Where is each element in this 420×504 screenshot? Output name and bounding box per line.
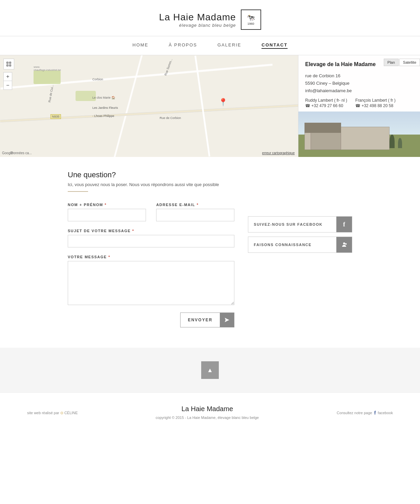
footer-scroll-section: ▲ bbox=[0, 348, 420, 392]
nav-contact[interactable]: CONTACT bbox=[261, 42, 288, 49]
footer-credit: site web réalisé par ⊙ CÉLINE bbox=[27, 411, 78, 415]
map-controls: + − bbox=[3, 59, 14, 90]
name-input[interactable] bbox=[68, 209, 146, 221]
main-nav: HOME À PROPOS GALERIE CONTACT bbox=[0, 36, 420, 55]
scroll-top-button[interactable]: ▲ bbox=[201, 361, 219, 379]
site-header: La Haie Madame élevage blanc bleu belge … bbox=[0, 0, 420, 55]
form-group-message: VOTRE MESSAGE * bbox=[68, 255, 234, 305]
contact-person-2: François Lambert ( fr ) ☎ +32 498 88 20 … bbox=[355, 98, 396, 108]
footer-right: Consultez notre page f facebook bbox=[337, 410, 393, 416]
contact-section: Une question? Ici, vous pouvez nous la p… bbox=[68, 170, 352, 327]
map-pin: 📍 bbox=[218, 98, 228, 107]
cow-icon: 🐄 bbox=[247, 13, 255, 22]
contact-form: NOM + PRÉNOM * ADRESSE E-MAIL * bbox=[68, 203, 234, 327]
email-input[interactable] bbox=[156, 209, 234, 221]
email-label: ADRESSE E-MAIL * bbox=[156, 203, 234, 207]
svg-rect-1 bbox=[9, 62, 11, 63]
info-card-email: info@lahaiemadame.be bbox=[305, 87, 413, 95]
facebook-widget[interactable]: SUIVEZ-NOUS SUR FACEBOOK f bbox=[248, 216, 352, 233]
submit-label: ENVOYER bbox=[181, 314, 220, 326]
person2-name: François Lambert ( fr ) bbox=[355, 98, 396, 103]
info-card: Elevage de la Haie Madame rue de Corbion… bbox=[298, 55, 420, 157]
site-footer: site web réalisé par ⊙ CÉLINE La Haie Ma… bbox=[0, 392, 420, 431]
scroll-top-icon: ▲ bbox=[207, 367, 213, 374]
site-subtitle: élevage blanc bleu belge bbox=[179, 23, 236, 28]
facebook-widget-label: SUIVEZ-NOUS SUR FACEBOOK bbox=[248, 218, 336, 231]
svg-point-4 bbox=[343, 242, 345, 244]
nav-home[interactable]: HOME bbox=[132, 42, 148, 49]
form-row-1: NOM + PRÉNOM * ADRESSE E-MAIL * bbox=[68, 203, 234, 221]
map-data-label: Données ca... bbox=[11, 151, 32, 155]
meetup-widget[interactable]: FAISONS CONNAISSANCE bbox=[248, 237, 352, 253]
main-content: Une question? Ici, vous pouvez nous la p… bbox=[41, 157, 379, 348]
submit-icon bbox=[220, 313, 234, 327]
message-textarea[interactable] bbox=[68, 261, 234, 305]
message-label: VOTRE MESSAGE * bbox=[68, 255, 234, 259]
consult-label: Consultez notre page bbox=[337, 411, 372, 415]
svg-rect-2 bbox=[7, 65, 8, 66]
logo: La Haie Madame élevage blanc bleu belge … bbox=[0, 9, 420, 30]
map-zoom-in[interactable]: + bbox=[3, 72, 12, 81]
section-divider bbox=[68, 191, 88, 192]
credit-icon: ⊙ bbox=[60, 411, 63, 415]
svg-rect-0 bbox=[7, 62, 8, 63]
map-type-buttons: Plan Satellite bbox=[384, 59, 420, 66]
map-section: N935 Corbion Le clos Marie 🏠 Les Jardins… bbox=[0, 55, 420, 157]
logo-text: La Haie Madame élevage blanc bleu belge bbox=[159, 12, 236, 28]
person1-name: Ruddy Lambert ( fr- nl ) bbox=[305, 98, 347, 103]
map-type-satellite[interactable]: Satellite bbox=[399, 59, 420, 66]
map-zoom-controls: + − bbox=[3, 72, 14, 90]
meetup-widget-label: FAISONS CONNAISSANCE bbox=[248, 238, 336, 251]
subject-label: SUJET DE VOTRE MESSAGE * bbox=[68, 229, 234, 233]
site-title: La Haie Madame bbox=[159, 12, 236, 23]
facebook-icon: f bbox=[336, 217, 352, 232]
contact-form-area: NOM + PRÉNOM * ADRESSE E-MAIL * bbox=[68, 203, 234, 327]
contact-person-1: Ruddy Lambert ( fr- nl ) ☎ +32 479 27 66… bbox=[305, 98, 347, 108]
submit-button[interactable]: ENVOYER bbox=[180, 313, 235, 327]
nav-apropos[interactable]: À PROPOS bbox=[169, 42, 197, 49]
form-group-email: ADRESSE E-MAIL * bbox=[156, 203, 234, 221]
info-card-contacts: Ruddy Lambert ( fr- nl ) ☎ +32 479 27 66… bbox=[305, 98, 413, 108]
footer-title: La Haie Madame bbox=[156, 405, 259, 413]
subject-input[interactable] bbox=[68, 235, 234, 247]
person1-phone: ☎ +32 479 27 66 60 bbox=[305, 103, 347, 108]
map-error[interactable]: erreur cartographique bbox=[262, 151, 295, 155]
footer-facebook-icon: f bbox=[374, 410, 376, 416]
map-zoom-out[interactable]: − bbox=[3, 81, 12, 90]
contact-section-sub: Ici, vous pouvez nous la poser. Nous vou… bbox=[68, 182, 352, 187]
svg-point-5 bbox=[345, 243, 347, 245]
footer-center: La Haie Madame copyright © 2015 - La Hai… bbox=[156, 405, 259, 421]
sidebar: SUIVEZ-NOUS SUR FACEBOOK f FAISONS CONNA… bbox=[248, 203, 352, 327]
svg-rect-3 bbox=[9, 65, 11, 66]
logo-year: 1960 bbox=[248, 22, 254, 26]
logo-icon: 🐄 1960 bbox=[241, 9, 261, 30]
credit-link[interactable]: CÉLINE bbox=[64, 411, 78, 415]
form-group-name: NOM + PRÉNOM * bbox=[68, 203, 146, 221]
footer-facebook-link[interactable]: facebook bbox=[378, 411, 393, 415]
footer-copyright: copyright © 2015 - La Haie Madame, éleva… bbox=[156, 415, 259, 421]
content-layout: NOM + PRÉNOM * ADRESSE E-MAIL * bbox=[68, 203, 352, 327]
map-type-plan[interactable]: Plan bbox=[384, 59, 399, 66]
meetup-icon bbox=[336, 237, 352, 253]
form-group-subject: SUJET DE VOTRE MESSAGE * bbox=[68, 229, 234, 247]
farm-image bbox=[298, 112, 420, 157]
form-submit-row: ENVOYER bbox=[68, 313, 234, 327]
person2-phone: ☎ +32 498 88 20 58 bbox=[355, 103, 396, 108]
name-label: NOM + PRÉNOM * bbox=[68, 203, 146, 207]
nav-galerie[interactable]: GALERIE bbox=[217, 42, 241, 49]
info-card-address1: rue de Corbion 16 bbox=[305, 72, 413, 80]
info-card-address2: 5590 Ciney – Belgique bbox=[305, 80, 413, 87]
map-fullscreen-btn[interactable] bbox=[3, 59, 14, 69]
footer-grid: site web réalisé par ⊙ CÉLINE La Haie Ma… bbox=[27, 405, 393, 421]
contact-section-title: Une question? bbox=[68, 170, 352, 179]
